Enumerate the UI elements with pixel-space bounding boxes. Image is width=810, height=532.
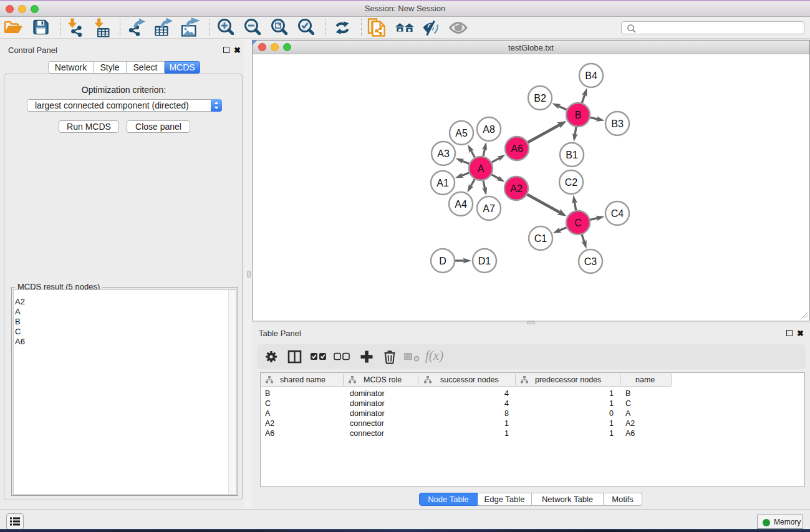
svg-text:A1: A1 (436, 178, 449, 188)
svg-text:A7: A7 (483, 203, 495, 214)
svg-text:C4: C4 (611, 208, 624, 219)
svg-text:A3: A3 (437, 148, 450, 159)
svg-text:A5: A5 (455, 128, 468, 138)
svg-text:A4: A4 (455, 199, 467, 210)
svg-text:C: C (574, 218, 582, 228)
svg-text:C3: C3 (584, 256, 597, 267)
svg-text:B3: B3 (611, 118, 624, 129)
svg-text:B: B (575, 110, 582, 120)
svg-text:A8: A8 (483, 124, 495, 135)
svg-text:A: A (478, 163, 485, 174)
svg-text:B1: B1 (566, 150, 578, 160)
svg-text:A2: A2 (510, 183, 523, 194)
svg-text:D1: D1 (478, 256, 491, 266)
svg-text:C2: C2 (565, 177, 578, 188)
svg-text:C1: C1 (534, 233, 547, 244)
svg-text:B4: B4 (585, 70, 597, 81)
svg-text:A6: A6 (511, 143, 523, 154)
svg-text:B2: B2 (534, 93, 546, 104)
svg-text:D: D (439, 256, 446, 266)
